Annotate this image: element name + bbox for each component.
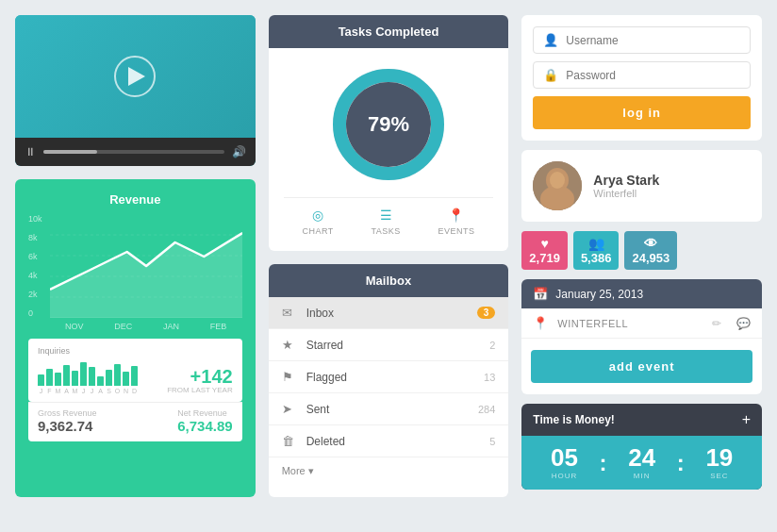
main-container: ⏸ 🔊 Revenue 10k 8k 6k 4k 2k 0 [0,0,777,532]
net-label: Net Revenue [177,408,232,418]
countdown-add[interactable]: + [742,411,751,428]
mailbox-inbox[interactable]: ✉ Inbox 3 [269,297,509,329]
tab-tasks-label: TASKS [371,226,400,236]
revenue-card: Revenue 10k 8k 6k 4k 2k 0 [15,179,256,497]
flagged-count: 13 [484,372,495,383]
mini-x-f: F [46,388,53,394]
username-input[interactable] [566,34,740,47]
y-label-10k: 10k [28,214,42,224]
mailbox-flagged[interactable]: ⚑ Flagged 13 [269,361,509,393]
gross-value: 9,362.74 [38,418,97,434]
add-event-button[interactable]: add event [531,350,752,383]
profile-subtitle: Winterfell [593,188,659,199]
tasks-tabs: ◎ CHART ☰ TASKS 📍 EVENTS [284,197,494,236]
inquiries-label: Inquiries [38,346,233,356]
avatar-image [533,161,582,210]
x-label-feb: FEB [210,322,227,331]
pause-button[interactable]: ⏸ [25,145,36,158]
countdown-header: Time is Money! + [521,404,762,436]
donut-container: 79% [327,63,450,186]
mini-x-o: O [114,388,121,394]
deleted-icon: 🗑 [282,434,297,448]
play-button[interactable] [114,56,156,97]
y-label-2k: 2k [28,290,42,299]
calendar-header: 📅 January 25, 2013 [521,279,762,308]
sent-icon: ➤ [282,402,297,416]
tab-chart[interactable]: ◎ CHART [302,208,333,236]
sent-label: Sent [306,403,478,416]
views-count: 24,953 [632,251,670,265]
mini-x-j: J [38,388,44,394]
likes-count: 2,719 [529,251,560,265]
revenue-chart-svg [50,214,242,318]
login-card: 👤 🔒 log in [521,15,762,141]
mailbox-sent[interactable]: ➤ Sent 284 [269,393,509,425]
mini-bar [63,365,70,386]
hours-label: HOUR [552,472,578,480]
password-input[interactable] [566,69,740,82]
left-column: ⏸ 🔊 Revenue 10k 8k 6k 4k 2k 0 [15,15,256,497]
inbox-badge: 3 [477,307,496,319]
edit-icon[interactable]: ✏ [712,317,721,330]
minutes-value: 24 [628,445,655,470]
donut-center: 79% [346,82,431,167]
y-label-4k: 4k [28,271,42,280]
revenue-title: Revenue [28,192,242,207]
avatar-svg [533,161,582,210]
mini-bar [97,376,104,386]
starred-icon: ★ [282,338,297,352]
hours-value: 05 [551,445,578,470]
mini-x-n: N [123,388,129,394]
profile-stats: ♥ 2,719 👥 5,386 👁 24,953 [521,231,762,270]
mailbox-more[interactable]: More ▾ [269,457,509,485]
y-label-0: 0 [28,308,42,318]
play-icon [128,67,145,86]
y-label-8k: 8k [28,233,42,242]
sent-count: 284 [478,404,495,415]
username-input-wrapper: 👤 [533,26,751,54]
countdown-title: Time is Money! [533,413,614,426]
stat-views[interactable]: 👁 24,953 [624,231,677,270]
deleted-count: 5 [489,436,495,447]
gross-label: Gross Revenue [38,408,97,418]
mini-x-s: S [106,388,112,394]
mini-bar [123,372,129,386]
countdown-card: Time is Money! + 05 HOUR : 24 MIN : 19 S… [521,404,762,490]
seconds-label: SEC [710,472,728,480]
password-input-wrapper: 🔒 [533,61,751,89]
events-icon: 📍 [448,208,464,223]
progress-bar[interactable] [43,150,224,154]
mini-x-m: M [55,388,61,394]
inbox-label: Inbox [306,307,477,320]
timer-minutes: 24 MIN [609,445,675,480]
timer-seconds: 19 SEC [686,445,752,480]
x-label-jan: JAN [163,322,179,331]
y-label-6k: 6k [28,252,42,261]
user-icon: 👤 [543,33,558,47]
heart-icon: ♥ [540,236,548,251]
stat-followers[interactable]: 👥 5,386 [573,231,620,270]
calendar-date: January 25, 2013 [555,288,643,301]
x-label-nov: NOV [65,322,84,331]
mini-bar [114,364,121,386]
deleted-label: Deleted [306,435,490,448]
mini-x-j2: J [80,388,87,394]
avatar [533,161,582,210]
login-button[interactable]: log in [533,96,751,129]
video-controls: ⏸ 🔊 [15,138,256,166]
mini-x-j3: J [89,388,95,394]
tasks-icon: ☰ [380,208,392,223]
mailbox-starred[interactable]: ★ Starred 2 [269,329,509,361]
mailbox-deleted[interactable]: 🗑 Deleted 5 [269,425,509,457]
profile-card: Arya Stark Winterfell [521,150,762,222]
from-last-year: FROM LAST YEAR [167,386,233,394]
minutes-label: MIN [634,472,651,480]
tab-tasks[interactable]: ☰ TASKS [371,208,400,236]
chat-icon[interactable]: 💬 [736,317,751,330]
volume-icon[interactable]: 🔊 [232,145,246,158]
starred-count: 2 [489,340,495,351]
stat-likes[interactable]: ♥ 2,719 [521,231,568,270]
tab-events[interactable]: 📍 EVENTS [438,208,474,236]
tasks-header: Tasks Completed [269,15,509,48]
seconds-value: 19 [705,445,733,470]
